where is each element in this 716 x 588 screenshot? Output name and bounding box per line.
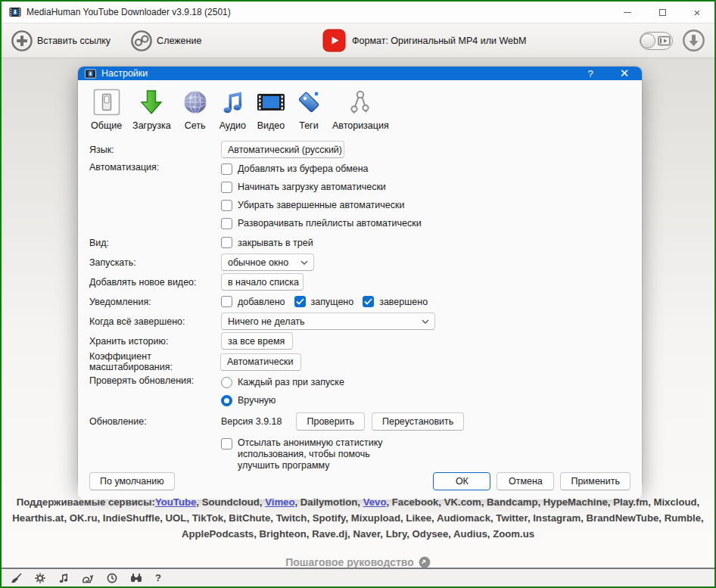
when-done-value: Ничего не делать [228, 316, 305, 327]
tag-icon [296, 89, 322, 118]
arrow-circle-icon [419, 556, 431, 568]
history-select[interactable]: за все время [221, 332, 293, 350]
reinstall-button[interactable]: Переустановить [372, 412, 464, 431]
dialog-help-button[interactable]: ? [574, 67, 607, 80]
tab-tags-label: Теги [299, 120, 318, 131]
service-youtube[interactable]: YouTube [155, 496, 196, 508]
tab-authorization[interactable]: Авторизация [332, 89, 389, 131]
service-twitter: Twitter [496, 512, 528, 524]
when-done-select[interactable]: Ничего не делать [221, 313, 435, 330]
version-text: Версия 3.9.18 [221, 416, 282, 427]
dialog-app-icon [85, 68, 96, 79]
film-icon [257, 89, 285, 118]
service-tiktok: TikTok [192, 512, 223, 524]
tab-general-label: Общие [91, 120, 122, 131]
tab-authorization-label: Авторизация [332, 120, 389, 131]
youtube-icon[interactable] [322, 29, 346, 52]
status-bar: ? [2, 568, 714, 586]
chevron-down-icon [300, 260, 308, 265]
tab-tags[interactable]: Теги [296, 89, 322, 131]
scale-select[interactable]: Автоматически [220, 353, 301, 371]
checkbox-autostart[interactable]: Начинать загрузку автоматически [221, 178, 422, 196]
apply-button[interactable]: Применить [560, 472, 630, 490]
paste-link-button[interactable]: Вставить ссылку [11, 30, 111, 52]
radio-update-manual[interactable]: Вручную [221, 391, 344, 409]
radio-icon [221, 377, 232, 388]
music-note-icon[interactable] [58, 573, 69, 583]
service-likee: Likee [406, 512, 431, 524]
watch-button[interactable]: Слежение [130, 30, 201, 52]
tab-audio[interactable]: Аудио [219, 89, 246, 131]
checkbox-icon [221, 200, 232, 211]
add-new-select[interactable]: в начало списка [221, 273, 304, 291]
window-title: MediaHuman YouTube Downloader v3.9.18 (2… [26, 7, 610, 17]
service-uol: UOL [166, 512, 187, 524]
cancel-button[interactable]: Отмена [497, 472, 554, 490]
format-label[interactable]: Формат: Оригинальный MP4 или WebM [352, 36, 526, 46]
maximize-icon [659, 9, 666, 16]
tab-general[interactable]: Общие [91, 89, 122, 131]
service-bandcamp: Bandcamp [487, 496, 537, 508]
snail-icon[interactable] [82, 573, 94, 583]
service-vimeo[interactable]: Vimeo [265, 496, 294, 508]
help-icon[interactable]: ? [155, 572, 161, 583]
launch-select[interactable]: обычное окно [221, 254, 314, 271]
check-updates-label: Проверять обновления: [89, 373, 221, 386]
checkbox-notify-added[interactable]: добавлено [221, 293, 285, 311]
close-button[interactable]: × [680, 2, 714, 23]
download-arrow-icon [139, 89, 164, 118]
checkbox-close-to-tray-label: закрывать в трей [238, 238, 313, 248]
paste-link-label: Вставить ссылку [37, 36, 111, 46]
service-audiomack: Audiomack [437, 512, 490, 524]
checkbox-notify-started[interactable]: запущено [294, 293, 354, 311]
service-rumble: Rumble [665, 512, 701, 524]
plus-circle-icon [11, 30, 33, 52]
automation-label: Автоматизация: [89, 160, 221, 173]
language-value: Автоматический (русский) [228, 145, 342, 155]
language-label: Язык: [89, 145, 221, 155]
gear-icon[interactable] [35, 573, 45, 583]
service-naver: Naver [353, 528, 380, 540]
ok-button[interactable]: ОК [433, 472, 490, 490]
binoculars-icon[interactable] [130, 573, 142, 583]
dialog-close-button[interactable]: ✕ [607, 67, 642, 80]
checkbox-autostart-label: Начинать загрузку автоматически [238, 182, 386, 192]
checkbox-notify-finished[interactable]: завершено [363, 293, 428, 311]
service-brandnewtube: BrandNewTube [587, 512, 659, 524]
scale-label: Коэффициент масштабирования: [89, 351, 221, 372]
service-lbry: Lbry [386, 528, 407, 540]
tab-download-label: Загрузка [132, 120, 171, 131]
close-icon: × [694, 6, 701, 19]
clock-icon[interactable] [107, 573, 117, 583]
language-select[interactable]: Автоматический (русский) [221, 141, 344, 158]
main-area: Настройки ? ✕ Общие [2, 58, 714, 568]
checkbox-clipboard[interactable]: Добавлять из буфера обмена [221, 160, 422, 178]
check-update-button[interactable]: Проверить [296, 412, 365, 431]
tab-network[interactable]: Сеть [182, 89, 209, 131]
checkbox-close-to-tray[interactable]: закрывать в трей [221, 234, 313, 252]
checkbox-anonymous-stats[interactable]: Отсылать анонимную статистику использова… [221, 437, 408, 471]
minimize-button[interactable] [610, 2, 645, 23]
tab-download[interactable]: Загрузка [132, 89, 171, 131]
service-vevo[interactable]: Vevo [363, 496, 387, 508]
tab-video[interactable]: Видео [257, 89, 285, 131]
checkbox-autoremove[interactable]: Убирать завершенные автоматически [221, 196, 422, 214]
launch-value: обычное окно [228, 257, 288, 268]
maximize-button[interactable] [645, 2, 680, 23]
app-window: MediaHuman YouTube Downloader v3.9.18 (2… [0, 0, 716, 588]
keys-icon [347, 89, 373, 118]
guide-link[interactable]: Пошаговое руководство [2, 556, 714, 568]
checkbox-clipboard-label: Добавлять из буфера обмена [238, 163, 369, 174]
video-mode-toggle[interactable] [640, 32, 673, 50]
radio-update-on-launch[interactable]: Каждый раз при запуске [221, 373, 344, 391]
service-zoom.us: Zoom.us [493, 528, 534, 540]
checkbox-expand-playlists[interactable]: Разворачивать плейлисты автоматически [221, 214, 422, 232]
checkbox-notify-finished-label: завершено [379, 297, 428, 307]
download-button[interactable] [682, 29, 705, 52]
broom-icon[interactable] [11, 573, 22, 583]
dialog-titlebar: Настройки ? ✕ [78, 67, 642, 80]
tab-network-label: Сеть [185, 120, 206, 131]
window-titlebar: MediaHuman YouTube Downloader v3.9.18 (2… [2, 2, 714, 23]
defaults-button[interactable]: По умолчанию [89, 472, 175, 490]
checkbox-checked-icon [294, 296, 306, 307]
